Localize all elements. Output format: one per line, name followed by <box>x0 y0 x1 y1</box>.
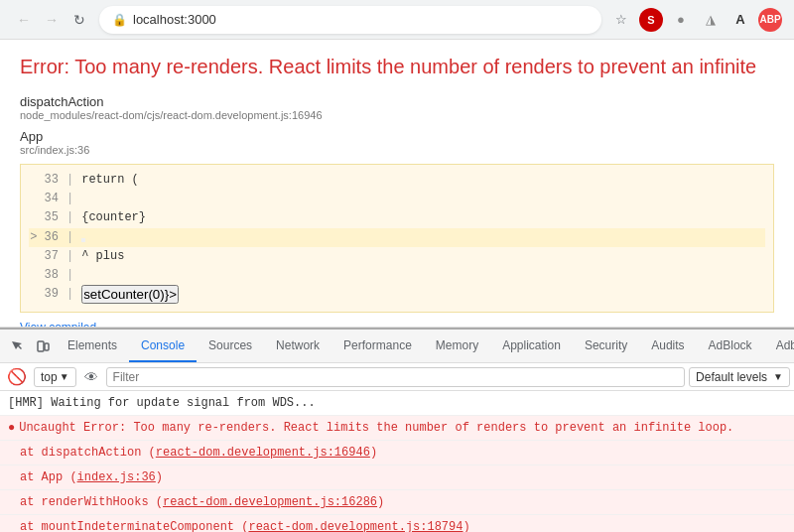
stack-file-2: src/index.js:36 <box>20 144 774 156</box>
error-link[interactable]: react-dom.development.js:18794 <box>248 520 463 532</box>
error-icon: ● <box>8 421 15 435</box>
devtools-tabs: ElementsConsoleSourcesNetworkPerformance… <box>56 330 794 362</box>
code-line: 34 | <box>29 190 765 208</box>
stack-file-1: node_modules/react-dom/cjs/react-dom.dev… <box>20 109 774 121</box>
line-pipe: | <box>66 247 73 266</box>
line-number: 35 <box>29 208 59 227</box>
stack-fn-2: App <box>20 129 774 144</box>
line-number: 38 <box>29 266 59 285</box>
code-block: 33 | return ( 34 | 35 | {counter}> 36 | … <box>20 164 774 313</box>
line-code: setCounter(0)}> <box>81 285 179 306</box>
line-number: 39 <box>29 285 59 306</box>
line-code: return ( <box>81 171 139 190</box>
back-button[interactable]: ← <box>12 8 36 32</box>
code-line: 35 | {counter} <box>29 208 765 227</box>
filter-input[interactable] <box>106 367 685 387</box>
tab-adblock[interactable]: AdBlock <box>697 330 764 362</box>
console-message: at App (index.js:36) <box>0 466 794 490</box>
reload-button[interactable]: ↻ <box>67 8 91 32</box>
stack-item-1: dispatchAction node_modules/react-dom/cj… <box>20 94 774 121</box>
chevron-down-icon: ▼ <box>60 371 69 382</box>
ext-icon-4[interactable]: A <box>728 8 752 32</box>
tab-adblock-p[interactable]: Adblock P <box>764 330 794 362</box>
line-code: {counter} <box>81 208 146 227</box>
console-message: at mountIndeterminateComponent (react-do… <box>0 515 794 532</box>
devtools-toolbar: ElementsConsoleSourcesNetworkPerformance… <box>0 330 794 363</box>
code-line: 39 | setCounter(0)}> <box>29 285 765 306</box>
error-link[interactable]: index.js:36 <box>77 470 156 484</box>
console-message: ●Uncaught Error: Too many re-renders. Re… <box>0 416 794 441</box>
line-pipe: | <box>66 266 73 285</box>
lock-icon: 🔒 <box>112 13 127 27</box>
line-pipe: | <box>66 190 73 208</box>
url-text: localhost:3000 <box>133 12 589 27</box>
browser-chrome: ← → ↻ 🔒 localhost:3000 ☆ S ● ◮ A ABP <box>0 0 794 40</box>
tab-application[interactable]: Application <box>490 330 573 362</box>
line-pipe: | <box>66 171 73 190</box>
tab-sources[interactable]: Sources <box>197 330 264 362</box>
chevron-down-icon-2: ▼ <box>773 371 783 382</box>
page-content: Error: Too many re-renders. React limits… <box>0 40 794 328</box>
nav-buttons: ← → ↻ <box>12 8 91 32</box>
stack-item-2: App src/index.js:36 <box>20 129 774 156</box>
console-message: at dispatchAction (react-dom.development… <box>0 441 794 466</box>
forward-button[interactable]: → <box>40 8 64 32</box>
tab-elements[interactable]: Elements <box>56 330 129 362</box>
svg-rect-0 <box>38 341 44 351</box>
device-toggle-button[interactable] <box>30 333 56 359</box>
line-code: ^ plus <box>81 247 124 266</box>
stack-fn-1: dispatchAction <box>20 94 774 109</box>
code-line: 37 | ^ plus <box>29 247 765 266</box>
context-selector[interactable]: top ▼ <box>34 367 76 387</box>
line-code <box>81 228 85 247</box>
context-value: top <box>41 370 58 384</box>
line-number: 34 <box>29 190 59 208</box>
tab-security[interactable]: Security <box>573 330 639 362</box>
devtools-panel: ElementsConsoleSourcesNetworkPerformance… <box>0 328 794 532</box>
eye-button[interactable]: 👁 <box>80 366 102 388</box>
svg-rect-1 <box>45 343 49 350</box>
error-link[interactable]: react-dom.development.js:16286 <box>163 495 377 509</box>
console-toolbar: 🚫 top ▼ 👁 Default levels ▼ <box>0 363 794 391</box>
tab-performance[interactable]: Performance <box>331 330 424 362</box>
code-line: 33 | return ( <box>29 171 765 190</box>
line-pipe: | <box>66 208 73 227</box>
console-message: at renderWithHooks (react-dom.developmen… <box>0 490 794 515</box>
ext-icon-5[interactable]: ABP <box>758 8 782 32</box>
log-levels-text: Default levels <box>696 370 767 384</box>
address-bar[interactable]: 🔒 localhost:3000 <box>99 6 601 34</box>
line-number: 33 <box>29 171 59 190</box>
line-pipe: | <box>66 285 73 306</box>
line-number: 37 <box>29 247 59 266</box>
ext-icon-1[interactable]: S <box>639 8 663 32</box>
error-text: Uncaught Error: Too many re-renders. Rea… <box>19 421 733 435</box>
tab-memory[interactable]: Memory <box>424 330 490 362</box>
error-link[interactable]: react-dom.development.js:16946 <box>156 446 370 460</box>
code-line: > 36 | <box>29 228 765 247</box>
line-pipe: | <box>66 228 73 247</box>
tab-network[interactable]: Network <box>264 330 331 362</box>
tab-audits[interactable]: Audits <box>639 330 696 362</box>
code-line: 38 | <box>29 266 765 285</box>
log-levels-selector[interactable]: Default levels ▼ <box>689 367 790 387</box>
console-output: [HMR] Waiting for update signal from WDS… <box>0 391 794 532</box>
console-message: [HMR] Waiting for update signal from WDS… <box>0 391 794 416</box>
star-button[interactable]: ☆ <box>609 8 633 32</box>
error-title: Error: Too many re-renders. React limits… <box>20 56 774 78</box>
ext-icon-3[interactable]: ◮ <box>699 8 723 32</box>
line-number: > 36 <box>29 228 59 247</box>
clear-console-button[interactable]: 🚫 <box>4 364 30 390</box>
tab-console[interactable]: Console <box>129 330 197 362</box>
browser-icons: ☆ S ● ◮ A ABP <box>609 8 782 32</box>
inspect-element-button[interactable] <box>4 333 30 359</box>
ext-icon-2[interactable]: ● <box>669 8 693 32</box>
view-compiled[interactable]: View compiled <box>20 321 774 328</box>
